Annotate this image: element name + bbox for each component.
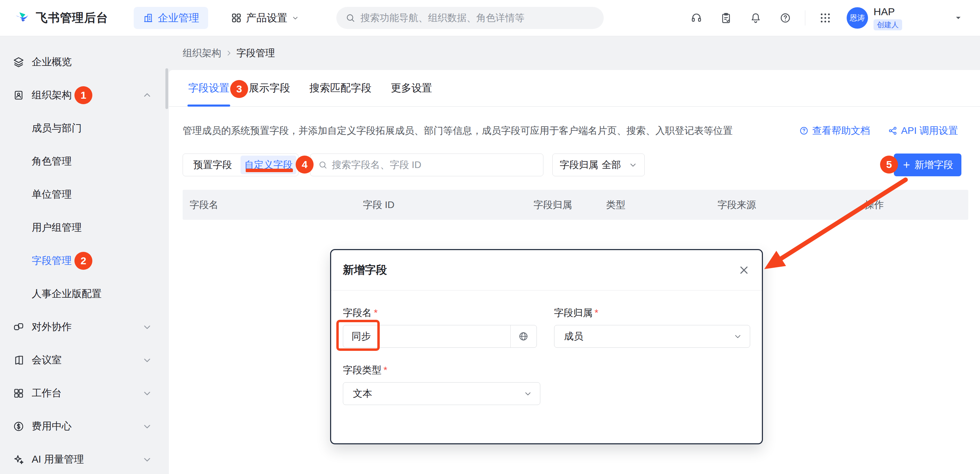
sidebar-item-label: 单位管理	[32, 188, 72, 201]
chevron-down-icon[interactable]	[142, 322, 152, 332]
user-info[interactable]: HAP 创建人	[873, 6, 902, 30]
survey-clipboard-icon[interactable]	[720, 12, 732, 24]
field-name-input[interactable]	[343, 331, 510, 342]
tabs: 字段设置 展示字段 搜索匹配字段 更多设置	[169, 70, 980, 107]
help-icon[interactable]	[780, 12, 791, 24]
segment-label: 自定义字段	[244, 158, 293, 171]
step-2-badge: 2	[75, 252, 92, 270]
building-icon	[143, 13, 154, 24]
page-links: 查看帮助文档 API 调用设置	[799, 124, 958, 137]
field-type-value: 文本	[353, 387, 372, 400]
chevron-up-icon[interactable]	[142, 90, 152, 101]
sidebar-item-ai-usage[interactable]: AI 用量管理	[0, 443, 169, 474]
sidebar-item-usergroup-management[interactable]: 用户组管理	[0, 211, 169, 244]
layers-icon	[13, 56, 24, 68]
col-field-id: 字段 ID	[363, 190, 395, 220]
tab-label: 展示字段	[249, 81, 290, 95]
sidebar-item-company-overview[interactable]: 企业概览	[0, 46, 169, 79]
owner-filter-value: 全部	[601, 158, 621, 171]
sidebar-item-label: 成员与部门	[32, 121, 82, 135]
chevron-down-icon[interactable]	[142, 355, 152, 365]
chevron-down-icon	[291, 14, 299, 22]
segment-custom-fields[interactable]: 自定义字段	[240, 156, 296, 174]
sidebar-item-label: 企业概览	[32, 55, 72, 69]
topbar-actions: 恩涛 HAP 创建人	[673, 6, 980, 30]
user-role-badge: 创建人	[873, 19, 902, 30]
app-logo[interactable]: 飞书管理后台	[14, 10, 108, 26]
required-mark: *	[595, 307, 598, 318]
app-grid-icon[interactable]	[819, 12, 832, 24]
sidebar-item-expense-center[interactable]: 费用中心	[0, 410, 169, 443]
field-search-input[interactable]	[332, 160, 525, 171]
field-type-select[interactable]: 文本	[343, 382, 540, 405]
tab-more-settings[interactable]: 更多设置	[390, 70, 433, 107]
chevron-down-icon[interactable]	[142, 388, 152, 399]
close-icon[interactable]	[738, 264, 750, 276]
global-search[interactable]	[336, 7, 604, 29]
breadcrumb-parent[interactable]: 组织架构	[183, 46, 221, 60]
tab-search-match-fields[interactable]: 搜索匹配字段	[309, 70, 372, 107]
required-mark: *	[374, 307, 378, 318]
tab-field-settings[interactable]: 字段设置	[188, 70, 230, 107]
sidebar-item-workbench[interactable]: 工作台	[0, 377, 169, 410]
field-owner-select[interactable]: 成员	[554, 325, 750, 348]
sidebar-scrollbar-thumb[interactable]	[165, 68, 168, 109]
field-type-segmented-control: 预置字段 自定义字段	[183, 153, 298, 176]
global-search-input[interactable]	[360, 13, 567, 24]
api-settings-label: API 调用设置	[901, 124, 958, 137]
col-field-source: 字段来源	[718, 190, 756, 220]
chevron-down-icon[interactable]	[142, 421, 152, 432]
help-doc-label: 查看帮助文档	[812, 124, 870, 137]
sidebar-item-label: 对外协作	[32, 320, 72, 334]
sidebar-item-external-collaboration[interactable]: 对外协作	[0, 311, 169, 343]
breadcrumb-separator-icon	[225, 49, 233, 57]
add-field-label: 新增字段	[915, 158, 953, 171]
sidebar-item-field-management[interactable]: 字段管理 2	[0, 244, 169, 278]
help-doc-link[interactable]: 查看帮助文档	[799, 124, 870, 137]
tab-label: 更多设置	[391, 81, 432, 95]
sidebar-item-members-departments[interactable]: 成员与部门	[0, 112, 169, 145]
page-description: 管理成员的系统预置字段，并添加自定义字段拓展成员、部门等信息，成员字段可应用于客…	[183, 124, 733, 137]
notifications-bell-icon[interactable]	[750, 12, 762, 24]
field-owner-value: 成员	[564, 330, 583, 343]
filter-row: 预置字段 自定义字段 字段归属 全部 新增字段	[183, 153, 961, 176]
user-menu-caret-icon[interactable]	[954, 13, 963, 22]
field-owner-label: 字段归属*	[554, 306, 750, 319]
active-tab-underline	[188, 105, 230, 107]
add-field-modal: 新增字段 字段名* 字段归属* 成员	[330, 249, 763, 444]
sidebar-item-org-structure[interactable]: 组织架构 1	[0, 79, 169, 112]
sidebar-item-label: 会议室	[32, 353, 62, 367]
globe-icon	[518, 331, 528, 342]
plus-icon	[902, 160, 911, 169]
col-field-type: 类型	[606, 190, 625, 220]
tab-display-fields[interactable]: 展示字段	[248, 70, 291, 107]
segment-preset-fields[interactable]: 预置字段	[185, 156, 240, 174]
sidebar-item-label: 字段管理	[32, 254, 72, 268]
user-name: HAP	[873, 6, 902, 18]
id-card-icon	[13, 89, 24, 101]
search-icon	[345, 13, 356, 23]
sidebar-item-hr-enterprise-config[interactable]: 人事企业版配置	[0, 278, 169, 311]
sidebar-item-meeting-rooms[interactable]: 会议室	[0, 343, 169, 377]
field-search[interactable]	[310, 153, 543, 176]
sidebar-item-role-management[interactable]: 角色管理	[0, 145, 169, 178]
sidebar-item-label: 用户组管理	[32, 221, 82, 235]
col-field-name: 字段名	[189, 190, 218, 220]
product-settings-menu[interactable]: 产品设置	[231, 11, 299, 25]
avatar[interactable]: 恩涛	[846, 7, 868, 29]
add-field-button[interactable]: 新增字段	[894, 153, 961, 176]
chevron-down-icon[interactable]	[142, 454, 152, 465]
support-headset-icon[interactable]	[690, 12, 702, 24]
sidebar-item-label: 工作台	[32, 386, 62, 400]
i18n-globe-button[interactable]	[510, 325, 536, 347]
field-name-label: 字段名*	[343, 306, 537, 319]
field-owner-filter[interactable]: 字段归属 全部	[552, 153, 645, 176]
product-grid-icon	[231, 13, 242, 24]
enterprise-admin-button[interactable]: 企业管理	[134, 7, 208, 29]
topbar: 飞书管理后台 企业管理 产品设置 恩涛 HAP 创建人	[0, 0, 980, 36]
topbar-divider	[805, 10, 805, 26]
sidebar-item-unit-management[interactable]: 单位管理	[0, 178, 169, 211]
sidebar-item-label: AI 用量管理	[32, 453, 84, 466]
api-settings-link[interactable]: API 调用设置	[888, 124, 958, 137]
chevron-down-icon	[733, 332, 742, 341]
